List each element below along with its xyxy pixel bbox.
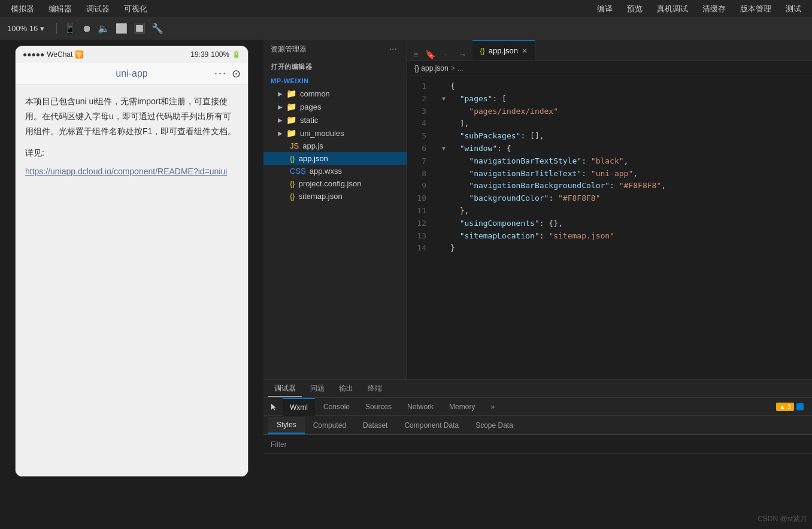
debugger-more-tabs-icon[interactable]: » [483,398,502,416]
bookmark-icon[interactable]: 🔖 [423,49,438,61]
debugger-tab-debug[interactable]: 调试器 [268,381,302,397]
debugger-tab-issues[interactable]: 问题 [304,381,331,396]
watermark: CSDN @st紫月 [758,514,807,524]
item-label: pages [300,102,321,111]
debugger-panel: 调试器 问题 输出 终端 Wxml Console Sources Networ… [263,379,812,529]
explorer-item-app-json[interactable]: {} app.json [263,152,407,165]
sec-tab-styles[interactable]: Styles [268,417,305,434]
code-key: "navigationBarTextStyle" [450,155,581,168]
sec-tab-component-data[interactable]: Component Data [396,418,467,433]
code-punct: : [610,180,619,192]
arrow-right-icon[interactable]: → [456,49,469,61]
fold-arrow[interactable] [442,94,450,104]
menu-editor[interactable]: 编辑器 [43,1,78,17]
breadcrumb-path: ... [457,64,463,72]
code-line-3: "pages/index/index" [432,105,812,118]
tab-file-icon: {} [480,46,485,55]
explorer-header: 资源管理器 ··· [263,40,407,59]
tab-label: app.json [489,46,518,55]
menu-clear-cache[interactable]: 清缓存 [696,1,732,17]
zoom-level[interactable]: 100% 16 ▾ [7,24,44,33]
explorer-item-uni-modules[interactable]: ▶ 📁 uni_modules [263,126,407,140]
wxss-file-icon: CSS [290,167,306,176]
phone-link[interactable]: https://uniapp.dcloud.io/component/READM… [25,167,227,176]
fold-arrow[interactable] [442,144,450,153]
pointer-tool-icon[interactable] [267,400,281,414]
explorer-item-app-js[interactable]: JS app.js [263,140,407,152]
debugger-secondary-tabs: Styles Computed Dataset Component Data S… [263,416,812,435]
explorer-more-icon[interactable]: ··· [387,43,399,56]
phone-icon[interactable]: 📱 [64,23,76,34]
code-line-7: "navigationBarTextStyle" : "black" , [432,155,812,168]
debugger-main-tab-memory[interactable]: Memory [442,398,482,416]
menu-test[interactable]: 测试 [780,1,807,17]
battery-icon: 🔋 [232,50,241,59]
phone-title-bar: uni-app ··· ⊙ [16,63,248,84]
code-line-4: ], [432,117,812,130]
code-line-8: "navigationBarTitleText" : "uni-app" , [432,168,812,180]
menu-preview[interactable]: 预览 [621,1,649,17]
debugger-main-tab-sources[interactable]: Sources [358,398,399,416]
screen-icon[interactable]: ⬜ [116,23,128,34]
phone-qr-icon[interactable]: ⊙ [232,67,241,80]
debugger-main-tab-console[interactable]: Console [316,398,357,416]
explorer-item-static[interactable]: ▶ 📁 static [263,113,407,126]
debugger-tab-output[interactable]: 输出 [333,381,359,396]
filter-label: Filter [271,440,287,449]
sec-tab-computed[interactable]: Computed [305,418,355,433]
settings-icon[interactable]: 🔧 [152,23,163,34]
json-file-icon: {} [290,179,295,188]
explorer-title: 资源管理器 [271,44,307,55]
editor-breadcrumb: {} app.json > ... [407,61,812,75]
phone-menu-icon[interactable]: ··· [214,67,227,80]
explorer-item-project-json[interactable]: {} project.config.json [263,177,407,190]
nav-back-icon[interactable]: ≡ [411,49,420,61]
item-label: common [300,89,330,98]
phone-description: 本项目已包含uni ui组件，无需import和注册，可直接使用。在代码区键入字… [25,94,238,140]
project-title[interactable]: MP-WEIXIN [263,74,407,87]
debugger-main-tab-network[interactable]: Network [400,398,441,416]
sec-tab-dataset[interactable]: Dataset [355,418,396,433]
folder-icon: 📁 [286,89,296,98]
code-punct: { [450,80,455,93]
volume-icon[interactable]: 🔈 [98,23,110,34]
code-punct: , [633,168,638,180]
main-layout: ●●●●● WeChat 🛜 19:39 100% 🔋 uni-app ··· … [0,40,812,529]
explorer-item-app-wxss[interactable]: CSS app.wxss [263,165,407,177]
menu-compile[interactable]: 编译 [591,1,619,17]
open-editors-title[interactable]: 打开的编辑器 [263,59,407,74]
breadcrumb-sep: > [451,64,455,72]
menu-real-debug[interactable]: 真机调试 [651,1,694,17]
explorer-item-sitemap-json[interactable]: {} sitemap.json [263,190,407,202]
folder-icon: 📁 [286,128,296,138]
rotate-icon[interactable]: 🔲 [134,23,146,34]
explorer-item-common[interactable]: ▶ 📁 common [263,87,407,100]
debugger-top-tabs: 调试器 问题 输出 终端 [263,380,812,398]
toolbar: 100% 16 ▾ 📱 ⏺ 🔈 ⬜ 🔲 🔧 [0,18,812,40]
chevron-icon: ▶ [278,104,283,110]
menu-debugger[interactable]: 调试器 [80,1,116,17]
item-label: app.json [299,154,328,163]
phone-panel: ●●●●● WeChat 🛜 19:39 100% 🔋 uni-app ··· … [0,40,263,529]
code-str: "black" [591,155,624,168]
debugger-tab-terminal[interactable]: 终端 [362,381,388,396]
editor-tab-app-json[interactable]: {} app.json ✕ [472,40,535,61]
toolbar-separator [56,23,57,34]
js-file-icon: JS [290,141,299,150]
menu-version[interactable]: 版本管理 [734,1,777,17]
debugger-main-tab-wxml[interactable]: Wxml [283,398,315,416]
code-line-14: } [432,242,812,255]
menu-visualize[interactable]: 可视化 [118,1,153,17]
arrow-left-icon[interactable]: ← [440,49,453,61]
sec-tab-scope-data[interactable]: Scope Data [467,418,522,433]
menu-simulator[interactable]: 模拟器 [5,1,40,17]
code-punct: : [581,155,591,168]
phone-title: uni-app [116,68,147,79]
explorer-item-pages[interactable]: ▶ 📁 pages [263,100,407,113]
record-icon[interactable]: ⏺ [82,23,92,34]
code-line-5: "subPackages" : [], [432,130,812,143]
tab-close-button[interactable]: ✕ [522,47,528,55]
folder-icon: 📁 [286,115,296,125]
chevron-icon: ▶ [278,117,283,123]
code-key: "navigationBarBackgroundColor" [450,180,610,192]
